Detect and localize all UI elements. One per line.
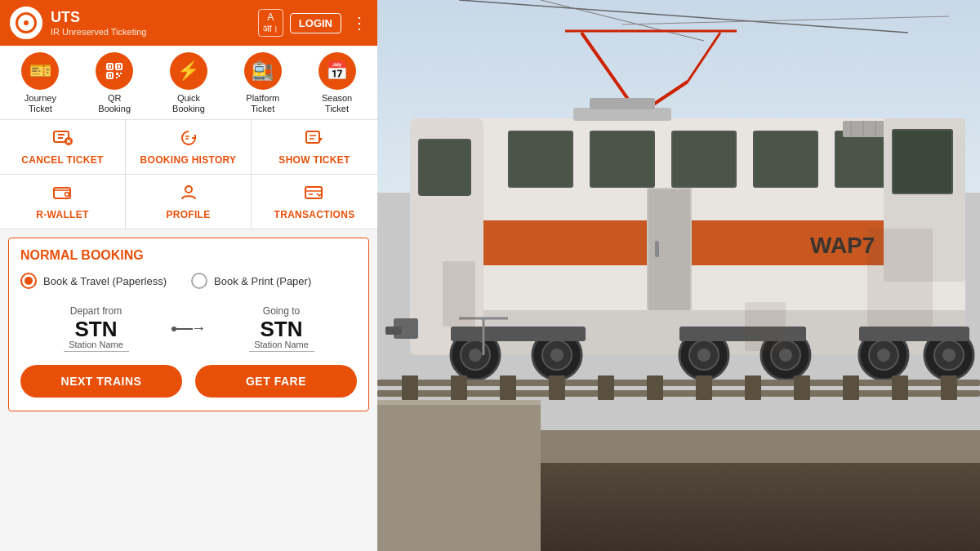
nav-item-quick-booking[interactable]: ⚡ QuickBooking: [160, 52, 217, 114]
show-ticket-icon: [304, 128, 325, 151]
app-subtitle: IR Unreserved Ticketing: [51, 27, 258, 37]
going-label: Going to: [263, 305, 300, 317]
svg-rect-18: [306, 131, 319, 143]
profile-label: PROFILE: [166, 209, 210, 220]
journey-ticket-label: JourneyTicket: [24, 93, 56, 114]
svg-rect-91: [598, 375, 614, 400]
booking-history-label: BOOKING HISTORY: [140, 154, 237, 166]
svg-rect-83: [679, 327, 806, 341]
arrow-dash: [176, 328, 193, 330]
svg-rect-51: [648, 189, 690, 310]
nav-item-season-ticket[interactable]: 📅 SeasonTicket: [309, 52, 366, 114]
svg-rect-41: [510, 132, 572, 186]
svg-rect-39: [420, 140, 470, 194]
svg-rect-90: [549, 375, 565, 400]
svg-point-23: [185, 186, 192, 193]
depart-name: Station Name: [64, 340, 129, 352]
show-ticket-label: SHOW TICKET: [278, 154, 350, 166]
lang-line2: आ।: [263, 23, 278, 34]
qr-booking-icon: [96, 52, 133, 90]
depart-station-field[interactable]: Depart from STN Station Name: [29, 305, 163, 352]
quick-booking-icon: ⚡: [170, 52, 207, 90]
svg-rect-101: [893, 131, 951, 193]
next-trains-button[interactable]: NEXT TRAINS: [20, 365, 182, 398]
header-actions: A आ। LOGIN ⋮: [258, 9, 368, 38]
radio-paper-circle: [191, 273, 207, 289]
svg-point-22: [65, 193, 69, 197]
r-wallet-label: R-WALLET: [36, 209, 88, 220]
quick-booking-label: QuickBooking: [172, 93, 205, 114]
svg-rect-52: [655, 241, 659, 257]
svg-rect-86: [377, 390, 980, 397]
season-ticket-icon: 📅: [318, 52, 356, 90]
svg-rect-6: [116, 73, 118, 75]
cancel-ticket-label: CANCEL TICKET: [21, 154, 103, 166]
svg-rect-110: [745, 302, 786, 351]
svg-rect-109: [867, 229, 933, 327]
svg-rect-96: [843, 375, 859, 400]
svg-rect-97: [892, 375, 908, 400]
radio-paperless-circle: [20, 273, 37, 289]
nav-item-platform-ticket[interactable]: 🚉 PlatformTicket: [234, 52, 292, 114]
profile-cell[interactable]: PROFILE: [126, 175, 252, 229]
svg-rect-47: [755, 132, 817, 186]
booking-buttons: NEXT TRAINS GET FARE: [20, 365, 357, 398]
svg-rect-107: [377, 400, 541, 405]
radio-paperless-label: Book & Travel (Paperless): [43, 275, 167, 287]
app-logo: [10, 7, 42, 39]
going-name: Station Name: [249, 340, 314, 352]
depart-label: Depart from: [70, 305, 122, 317]
nav-item-journey-ticket[interactable]: 🎫 JourneyTicket: [11, 52, 69, 114]
svg-rect-7: [120, 73, 122, 74]
r-wallet-cell[interactable]: R-WALLET: [0, 175, 126, 229]
svg-point-81: [942, 349, 956, 362]
nav-item-qr-booking[interactable]: QRBooking: [86, 52, 143, 114]
svg-rect-45: [673, 132, 735, 186]
get-fare-button[interactable]: GET FARE: [195, 365, 357, 398]
svg-rect-3: [118, 65, 120, 68]
svg-line-32: [688, 33, 720, 82]
platform-ticket-icon: 🚉: [244, 52, 282, 90]
booking-history-icon: [178, 128, 199, 151]
svg-rect-61: [573, 108, 671, 121]
show-ticket-cell[interactable]: SHOW TICKET: [252, 120, 377, 175]
nav-icons-row: 🎫 JourneyTicket QRBooking: [0, 46, 377, 120]
login-button[interactable]: LOGIN: [290, 13, 341, 33]
svg-line-27: [459, 0, 908, 33]
going-code: STN: [261, 318, 303, 340]
svg-line-28: [541, 0, 704, 41]
svg-point-66: [469, 349, 482, 362]
svg-rect-95: [794, 375, 810, 400]
profile-icon: [178, 183, 199, 206]
transactions-icon: [304, 183, 325, 206]
transactions-cell[interactable]: TRANSACTIONS: [252, 175, 377, 229]
action-grid: CANCEL TICKET BOOKING HISTORY: [0, 120, 377, 229]
train-illustration: WAP7: [377, 0, 980, 551]
cancel-ticket-icon: [52, 128, 74, 151]
cancel-ticket-cell[interactable]: CANCEL TICKET: [0, 120, 126, 175]
booking-history-cell[interactable]: BOOKING HISTORY: [126, 120, 252, 175]
radio-paperless[interactable]: Book & Travel (Paperless): [20, 273, 167, 289]
svg-rect-62: [590, 98, 655, 109]
svg-rect-88: [451, 375, 467, 400]
left-panel: UTS IR Unreserved Ticketing A आ। LOGIN ⋮…: [0, 0, 377, 551]
svg-rect-94: [745, 375, 761, 400]
platform-ticket-label: PlatformTicket: [246, 93, 279, 114]
language-toggle[interactable]: A आ।: [258, 9, 283, 38]
booking-title: NORMAL BOOKING: [20, 248, 357, 263]
depart-code: STN: [75, 318, 118, 340]
transactions-label: TRANSACTIONS: [274, 209, 355, 220]
svg-rect-5: [109, 74, 111, 77]
season-ticket-label: SeasonTicket: [322, 93, 352, 114]
going-station-field[interactable]: Going to STN Station Name: [214, 305, 349, 352]
journey-ticket-icon: 🎫: [21, 52, 59, 90]
svg-rect-106: [377, 400, 541, 551]
svg-rect-9: [118, 75, 120, 77]
more-menu-icon[interactable]: ⋮: [351, 13, 368, 33]
qr-booking-label: QRBooking: [98, 93, 131, 114]
svg-rect-85: [377, 380, 980, 386]
svg-rect-82: [451, 327, 586, 341]
svg-rect-87: [402, 375, 418, 400]
svg-rect-8: [116, 77, 118, 78]
radio-paper[interactable]: Book & Print (Paper): [191, 273, 311, 289]
